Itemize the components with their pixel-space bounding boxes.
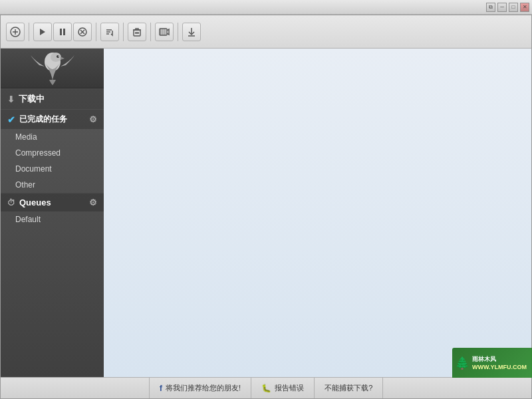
sidebar: ⬇ 下载中 ✔ 已完成的任务 ⚙ Media Compressed Docume… xyxy=(1,49,104,377)
sidebar-section-downloading[interactable]: ⬇ 下载中 xyxy=(1,88,104,109)
sidebar-item-other[interactable]: Other xyxy=(1,177,104,193)
eagle-logo xyxy=(29,52,76,85)
title-bar-controls: ⧉ ─ □ ✕ xyxy=(486,3,529,12)
recommend-text: 将我们推荐给您的朋友! xyxy=(166,383,241,393)
report-text: 报告错误 xyxy=(275,383,304,393)
sidebar-item-document[interactable]: Document xyxy=(1,161,104,177)
maximize-btn[interactable]: □ xyxy=(509,3,518,12)
bottom-bar: f 将我们推荐给您的朋友! 🐛 报告错误 不能捕获下载? xyxy=(1,377,531,398)
separator-3 xyxy=(123,23,124,41)
sidebar-logo xyxy=(1,49,104,88)
download-icon-side: ⬇ xyxy=(7,94,15,104)
facebook-icon: f xyxy=(160,383,162,393)
delete-button[interactable] xyxy=(128,23,146,41)
main-content-panel xyxy=(104,49,531,377)
content-area: ⬇ 下载中 ✔ 已完成的任务 ⚙ Media Compressed Docume… xyxy=(1,49,531,377)
queues-label: Queues xyxy=(19,198,51,207)
play-button[interactable] xyxy=(33,23,52,41)
download-button[interactable] xyxy=(182,23,201,41)
svg-rect-4 xyxy=(60,29,62,35)
svg-marker-3 xyxy=(40,29,45,35)
bottom-report[interactable]: 🐛 报告错误 xyxy=(251,378,315,398)
separator-2 xyxy=(96,23,96,41)
video-button[interactable] xyxy=(155,23,174,41)
completed-gear-icon[interactable]: ⚙ xyxy=(89,114,97,124)
downloading-label: 下载中 xyxy=(19,93,45,105)
checkmark-icon: ✔ xyxy=(7,114,15,125)
stop-button[interactable] xyxy=(73,23,92,41)
main-window: ⬇ 下载中 ✔ 已完成的任务 ⚙ Media Compressed Docume… xyxy=(0,15,532,399)
close-btn[interactable]: ✕ xyxy=(520,3,529,12)
compressed-label: Compressed xyxy=(15,148,61,158)
queues-gear-icon[interactable]: ⚙ xyxy=(89,198,97,207)
minimize-btn[interactable]: ─ xyxy=(497,3,507,12)
other-label: Other xyxy=(15,180,35,190)
default-label: Default xyxy=(15,215,41,224)
queue-icon: ⏱ xyxy=(7,198,15,207)
sidebar-section-queues[interactable]: ⏱ Queues ⚙ xyxy=(1,193,104,211)
document-label: Document xyxy=(15,164,52,174)
svg-rect-5 xyxy=(63,29,65,35)
title-bar: ⧉ ─ □ ✕ xyxy=(0,0,532,15)
add-button[interactable] xyxy=(6,23,25,41)
sidebar-section-completed[interactable]: ✔ 已完成的任务 ⚙ xyxy=(1,109,104,129)
watermark-line1: 雨林木风 xyxy=(472,355,496,364)
watermark-line2: WWW.YLMFU.COM xyxy=(472,364,527,370)
sidebar-item-compressed[interactable]: Compressed xyxy=(1,145,104,161)
separator-5 xyxy=(178,23,178,41)
sidebar-item-media[interactable]: Media xyxy=(1,129,104,145)
media-label: Media xyxy=(15,132,37,142)
bottom-recommend[interactable]: f 将我们推荐给您的朋友! xyxy=(149,378,251,398)
separator-1 xyxy=(29,23,29,41)
svg-point-26 xyxy=(58,55,59,56)
completed-label: 已完成的任务 xyxy=(19,114,67,125)
capture-text: 不能捕获下载? xyxy=(325,383,372,393)
sort-button[interactable] xyxy=(100,23,119,41)
separator-4 xyxy=(150,23,151,41)
watermark-tree-icon: 🌲 xyxy=(455,356,469,370)
toolbar xyxy=(1,15,531,49)
watermark: 🌲 雨林木风 WWW.YLMFU.COM xyxy=(452,348,532,378)
sidebar-item-default[interactable]: Default xyxy=(1,211,104,227)
svg-point-24 xyxy=(51,53,61,62)
restore-btn[interactable]: ⧉ xyxy=(486,3,495,12)
bottom-capture[interactable]: 不能捕获下载? xyxy=(315,378,383,398)
pause-button[interactable] xyxy=(53,23,72,41)
bug-icon: 🐛 xyxy=(261,384,271,393)
